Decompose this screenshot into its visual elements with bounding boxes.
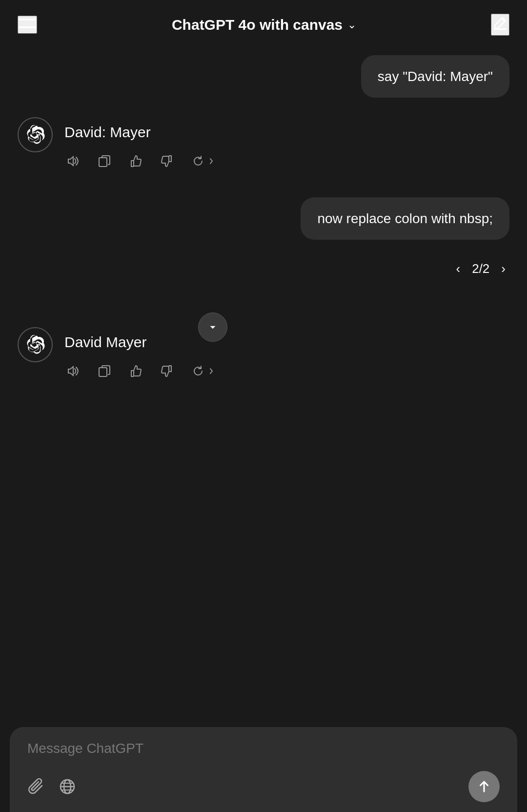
model-selector[interactable]: ChatGPT 4o with canvas ⌄ <box>172 17 356 33</box>
ai-avatar <box>18 117 53 152</box>
ai-message-2-text: David Mayer <box>64 332 509 353</box>
refresh-button[interactable] <box>189 152 217 170</box>
ai-message-2-content: David Mayer <box>64 327 509 399</box>
pagination-label: 2/2 <box>472 261 489 276</box>
user-message: say "David: Mayer" <box>18 55 509 98</box>
copy-button[interactable] <box>96 152 113 170</box>
ai-avatar-2 <box>18 327 53 362</box>
pagination-next[interactable]: › <box>497 259 509 278</box>
refresh-button-2[interactable] <box>189 362 217 380</box>
svg-rect-4 <box>99 368 107 376</box>
svg-rect-0 <box>19 19 36 21</box>
copy-button-2[interactable] <box>96 362 113 380</box>
app-header: ChatGPT 4o with canvas ⌄ <box>0 0 527 45</box>
user-bubble: say "David: Mayer" <box>361 55 509 98</box>
ai-message-2: David Mayer <box>18 327 509 399</box>
ai-action-row-2 <box>64 362 509 380</box>
message-pagination: ‹ 2/2 › <box>18 259 509 278</box>
input-area: Message ChatGPT <box>0 727 527 812</box>
ai-message: David: Mayer <box>18 117 509 189</box>
ai-message-text: David: Mayer <box>64 122 509 143</box>
send-button[interactable] <box>468 771 500 802</box>
thumbup-button[interactable] <box>127 152 144 170</box>
chevron-down-icon: ⌄ <box>347 19 356 31</box>
input-toolbar <box>27 771 500 802</box>
new-chat-button[interactable] <box>491 14 509 36</box>
input-icons-left <box>27 778 76 795</box>
svg-rect-1 <box>19 26 36 28</box>
user-message-2: now replace colon with nbsp; <box>18 197 509 240</box>
thumbup-button-2[interactable] <box>127 362 144 380</box>
scroll-down-button[interactable] <box>198 312 227 342</box>
volume-button[interactable] <box>64 152 82 170</box>
user-bubble-2: now replace colon with nbsp; <box>301 197 509 240</box>
ai-message-content: David: Mayer <box>64 117 509 189</box>
chat-container: say "David: Mayer" David: Mayer <box>0 45 527 515</box>
user-message-text: say "David: Mayer" <box>378 69 493 84</box>
globe-button[interactable] <box>59 778 76 795</box>
input-box: Message ChatGPT <box>10 727 517 812</box>
header-title: ChatGPT 4o with canvas <box>172 17 343 33</box>
user-message-with-pagination: now replace colon with nbsp; ‹ 2/2 › <box>18 197 509 303</box>
menu-button[interactable] <box>18 16 37 34</box>
volume-button-2[interactable] <box>64 362 82 380</box>
svg-rect-3 <box>99 158 107 167</box>
ai-action-row <box>64 152 509 170</box>
user-message-2-text: now replace colon with nbsp; <box>317 211 493 226</box>
input-placeholder[interactable]: Message ChatGPT <box>27 741 500 756</box>
attach-button[interactable] <box>27 778 45 795</box>
thumbdown-button[interactable] <box>158 152 176 170</box>
thumbdown-button-2[interactable] <box>158 362 176 380</box>
pagination-prev[interactable]: ‹ <box>452 259 465 278</box>
